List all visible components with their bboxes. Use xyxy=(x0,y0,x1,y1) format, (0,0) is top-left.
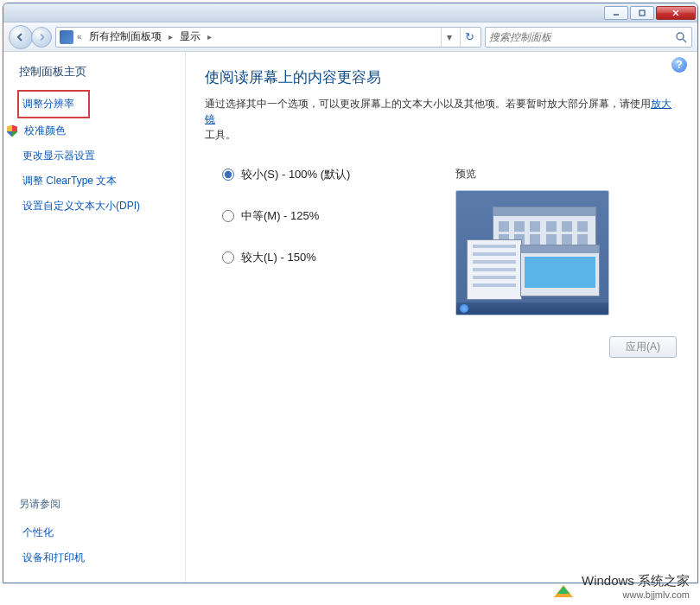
breadcrumb: « 所有控制面板项 ▸ 显示 ▸ xyxy=(77,28,212,46)
radio-large-input[interactable] xyxy=(222,252,234,264)
forward-button[interactable] xyxy=(31,27,52,48)
sidebar-link-custom-dpi[interactable]: 设置自定义文本大小(DPI) xyxy=(19,194,185,219)
preview-area: 预览 xyxy=(455,167,678,315)
content-area: ? 使阅读屏幕上的内容更容易 通过选择其中一个选项，可以更改屏幕上的文本大小以及… xyxy=(185,52,697,583)
radio-medium-input[interactable] xyxy=(222,210,234,222)
watermark-url: www.bjjmlv.com xyxy=(582,589,690,600)
sidebar-item-label: 个性化 xyxy=(22,525,54,540)
desc-text-post: 工具。 xyxy=(205,129,236,141)
sidebar-link-resolution[interactable]: 调整分辨率 xyxy=(17,90,90,118)
address-bar[interactable]: « 所有控制面板项 ▸ 显示 ▸ ▾ ↻ xyxy=(55,27,481,48)
radio-small-input[interactable] xyxy=(222,169,234,181)
maximize-button[interactable] xyxy=(630,6,654,20)
svg-line-5 xyxy=(683,39,686,42)
navbar: « 所有控制面板项 ▸ 显示 ▸ ▾ ↻ xyxy=(3,22,697,52)
search-box[interactable] xyxy=(485,27,692,48)
size-radio-group: 较小(S) - 100% (默认) 中等(M) - 125% 较大(L) - 1… xyxy=(205,167,430,315)
breadcrumb-all-items[interactable]: 所有控制面板项 xyxy=(86,28,165,46)
page-title: 使阅读屏幕上的内容更容易 xyxy=(205,67,678,87)
sidebar-item-label: 设备和打印机 xyxy=(22,551,85,565)
minimize-button[interactable] xyxy=(604,6,628,20)
watermark-logo-icon xyxy=(552,576,576,597)
address-dropdown-icon[interactable]: ▾ xyxy=(441,28,456,47)
sidebar-item-label: 校准颜色 xyxy=(24,124,66,138)
svg-point-4 xyxy=(677,33,684,40)
page-description: 通过选择其中一个选项，可以更改屏幕上的文本大小以及其他项。若要暂时放大部分屏幕，… xyxy=(205,96,678,143)
radio-small[interactable]: 较小(S) - 100% (默认) xyxy=(222,167,430,182)
apply-button[interactable]: 应用(A) xyxy=(609,336,677,358)
sidebar-link-monitor[interactable]: 更改显示器设置 xyxy=(19,143,185,169)
sidebar-link-calibrate[interactable]: 校准颜色 xyxy=(19,118,185,143)
see-also-heading: 另请参阅 xyxy=(19,497,185,512)
refresh-icon[interactable]: ↻ xyxy=(460,28,479,47)
search-input[interactable] xyxy=(489,31,674,43)
sidebar-link-devices[interactable]: 设备和打印机 xyxy=(19,545,185,570)
preview-image xyxy=(455,190,609,315)
radio-large[interactable]: 较大(L) - 150% xyxy=(222,250,430,265)
sidebar-link-cleartype[interactable]: 调整 ClearType 文本 xyxy=(19,169,185,194)
control-panel-home-link[interactable]: 控制面板主页 xyxy=(19,64,185,80)
control-panel-icon xyxy=(60,30,73,44)
preview-label: 预览 xyxy=(455,167,678,182)
sidebar-item-label: 设置自定义文本大小(DPI) xyxy=(22,199,140,213)
window-frame: « 所有控制面板项 ▸ 显示 ▸ ▾ ↻ 控制面板主页 调整分辨率 xyxy=(3,3,698,583)
main-area: 较小(S) - 100% (默认) 中等(M) - 125% 较大(L) - 1… xyxy=(205,167,678,315)
radio-label: 较小(S) - 100% (默认) xyxy=(241,167,350,182)
radio-medium[interactable]: 中等(M) - 125% xyxy=(222,208,430,224)
watermark-text: Windows 系统之家 xyxy=(582,573,690,588)
back-button[interactable] xyxy=(9,25,33,49)
sidebar: 控制面板主页 调整分辨率 校准颜色 更改显示器设置 调整 ClearType 文… xyxy=(3,52,185,583)
sidebar-item-label: 更改显示器设置 xyxy=(22,149,95,163)
breadcrumb-display[interactable]: 显示 xyxy=(176,28,204,46)
nav-arrow-group xyxy=(9,25,52,49)
titlebar xyxy=(3,3,697,22)
svg-rect-1 xyxy=(640,10,645,16)
breadcrumb-sep: « xyxy=(77,32,82,41)
sidebar-link-personalize[interactable]: 个性化 xyxy=(19,520,185,545)
watermark: Windows 系统之家 www.bjjmlv.com xyxy=(552,573,690,600)
apply-row: 应用(A) xyxy=(205,336,678,358)
close-button[interactable] xyxy=(656,6,696,20)
search-icon[interactable] xyxy=(674,30,688,44)
breadcrumb-sep: ▸ xyxy=(207,32,212,41)
help-icon[interactable]: ? xyxy=(671,57,687,73)
radio-label: 较大(L) - 150% xyxy=(241,250,316,265)
sidebar-item-label: 调整分辨率 xyxy=(22,97,74,111)
radio-label: 中等(M) - 125% xyxy=(241,208,319,224)
desc-text: 通过选择其中一个选项，可以更改屏幕上的文本大小以及其他项。若要暂时放大部分屏幕，… xyxy=(205,98,651,110)
breadcrumb-sep: ▸ xyxy=(169,32,173,41)
body: 控制面板主页 调整分辨率 校准颜色 更改显示器设置 调整 ClearType 文… xyxy=(3,52,697,583)
sidebar-item-label: 调整 ClearType 文本 xyxy=(22,174,117,188)
shield-icon xyxy=(7,125,19,137)
